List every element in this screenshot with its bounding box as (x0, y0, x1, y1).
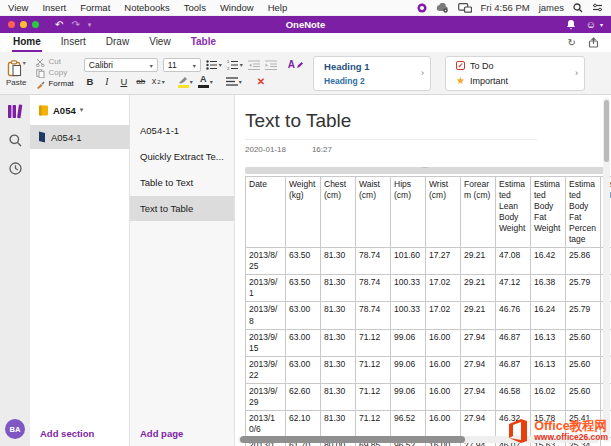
table-cell[interactable]: 16.00 (426, 356, 461, 383)
table-cell[interactable]: 63.00 (286, 356, 321, 383)
table-cell[interactable]: 63.50 (286, 248, 321, 275)
menubar-user[interactable]: james (539, 2, 564, 13)
table-column-header[interactable]: Hips (cm) (391, 177, 426, 248)
table-cell[interactable]: 71.12 (356, 383, 391, 410)
strikethrough-button[interactable]: ab (135, 77, 147, 86)
styles-button[interactable]: A (288, 60, 303, 70)
table-cell[interactable]: 29.21 (461, 275, 496, 302)
tag-todo[interactable]: ✓To Do (456, 61, 565, 71)
table-cell[interactable]: 62.60 (286, 383, 321, 410)
vertical-scrollbar-thumb[interactable] (604, 100, 609, 162)
table-cell[interactable]: 25.60 (566, 329, 601, 356)
menu-window[interactable]: Window (220, 2, 254, 13)
table-cell[interactable]: 99.06 (391, 356, 426, 383)
underline-button[interactable]: U (118, 76, 130, 87)
copy-button[interactable]: Copy (36, 69, 73, 78)
table-cell[interactable]: 16.13 (531, 329, 566, 356)
table-cell[interactable]: 100.33 (391, 302, 426, 329)
table-cell[interactable]: 81.30 (321, 410, 356, 437)
table-column-header[interactable]: Weight (kg) (286, 177, 321, 248)
table-column-header[interactable]: Date (246, 177, 286, 248)
tags-expand-icon[interactable]: › (575, 68, 578, 78)
table-column-header[interactable]: Forearm (cm) (461, 177, 496, 248)
table-cell[interactable]: 27.94 (461, 383, 496, 410)
subscript-button[interactable]: x2▾ (152, 77, 165, 86)
style-heading2[interactable]: Heading 2 (324, 76, 411, 86)
page-canvas[interactable]: Text to Table 2020-01-18 16:27 ⋯ DateWei… (235, 95, 611, 446)
feedback-smiley-icon[interactable]: ☺ (586, 19, 596, 30)
add-page-button[interactable]: Add page (140, 428, 183, 439)
page-item[interactable]: Text to Table (130, 196, 234, 221)
table-cell[interactable]: 29.21 (461, 302, 496, 329)
table-cell[interactable]: 16.24 (531, 302, 566, 329)
paste-dropdown-icon[interactable]: ▾ (23, 60, 26, 66)
table-cell[interactable]: 25.60 (566, 356, 601, 383)
table-cell[interactable]: 78.74 (356, 248, 391, 275)
table-cell[interactable]: 81.30 (321, 356, 356, 383)
table-column-header[interactable]: Waist (cm) (356, 177, 391, 248)
spotlight-search-icon[interactable] (573, 3, 583, 13)
table-column-header[interactable]: Wrist (cm) (426, 177, 461, 248)
cut-button[interactable]: Cut (36, 58, 73, 67)
notebook-switcher[interactable]: A054 ▾ (30, 102, 129, 118)
tab-home[interactable]: Home (12, 33, 42, 52)
table-cell[interactable]: 71.12 (356, 356, 391, 383)
table-cell[interactable]: 2013/10/6 (246, 410, 286, 437)
account-avatar[interactable]: BA (5, 419, 25, 439)
font-name-select[interactable]: Calibri▾ (84, 58, 158, 72)
menu-tools[interactable]: Tools (184, 2, 206, 13)
table-cell[interactable]: 2013/9/29 (246, 383, 286, 410)
paragraph-align-button[interactable]: ▾ (226, 77, 242, 86)
menu-insert[interactable]: Insert (42, 2, 66, 13)
bold-button[interactable]: B (84, 76, 96, 87)
page-item[interactable]: Table to Text (130, 170, 234, 195)
style-heading1[interactable]: Heading 1 (324, 61, 411, 72)
table-column-header[interactable]: Estimated Body Fat Percentage (566, 177, 601, 248)
table-cell[interactable]: 63.50 (286, 275, 321, 302)
close-window-button[interactable] (8, 21, 15, 28)
recent-clock-icon[interactable] (9, 162, 22, 175)
table-cell[interactable]: 71.12 (356, 329, 391, 356)
search-icon[interactable] (9, 134, 22, 147)
menubar-clock[interactable]: Fri 4:56 PM (481, 2, 530, 13)
page-item[interactable]: A054-1-1 (130, 118, 234, 143)
table-cell[interactable]: 27.94 (461, 356, 496, 383)
add-section-button[interactable]: Add section (40, 428, 94, 439)
tab-draw[interactable]: Draw (105, 33, 130, 52)
tab-view[interactable]: View (148, 33, 172, 52)
table-cell[interactable]: 81.30 (321, 383, 356, 410)
outdent-button[interactable] (248, 60, 260, 70)
table-cell[interactable]: 99.06 (391, 329, 426, 356)
italic-button[interactable]: I (101, 77, 113, 87)
table-cell[interactable]: 46.76 (496, 302, 531, 329)
weight-table[interactable]: DateWeight (kg)Chest (cm)Waist (cm)Hips … (245, 176, 611, 446)
table-column-header[interactable]: Chest (cm) (321, 177, 356, 248)
redo-icon[interactable]: ↷ (71, 19, 79, 30)
table-cell[interactable]: 81.30 (321, 329, 356, 356)
table-cell[interactable]: 25.60 (566, 383, 601, 410)
notifications-bell-icon[interactable] (566, 19, 576, 30)
table-cell[interactable]: 78.74 (356, 275, 391, 302)
menu-view[interactable]: View (8, 2, 28, 13)
page-item[interactable]: Quickly Extract Te... (130, 144, 234, 169)
table-cell[interactable]: 16.00 (426, 329, 461, 356)
table-column-header[interactable]: Estimated Body Fat Weight (531, 177, 566, 248)
toolbar-customize-icon[interactable]: ▾ (88, 21, 92, 29)
table-cell[interactable]: 16.00 (426, 383, 461, 410)
cloud-sync-icon[interactable] (436, 3, 449, 13)
table-cell[interactable]: 27.94 (461, 410, 496, 437)
menu-format[interactable]: Format (80, 2, 110, 13)
undo-icon[interactable]: ↶ (55, 19, 63, 30)
notebooks-icon[interactable] (7, 104, 23, 119)
table-cell[interactable]: 63.00 (286, 302, 321, 329)
onenote-menubar-icon[interactable] (417, 3, 427, 13)
table-cell[interactable]: 16.00 (426, 410, 461, 437)
horizontal-scrollbar-thumb[interactable] (240, 436, 465, 443)
menu-notebooks[interactable]: Notebooks (124, 2, 169, 13)
zoom-window-button[interactable] (32, 21, 39, 28)
tab-insert[interactable]: Insert (60, 33, 87, 52)
table-cell[interactable]: 2013/9/15 (246, 329, 286, 356)
tab-table[interactable]: Table (190, 33, 217, 52)
table-cell[interactable]: 46.58 (496, 383, 531, 410)
table-cell[interactable]: 81.30 (321, 302, 356, 329)
